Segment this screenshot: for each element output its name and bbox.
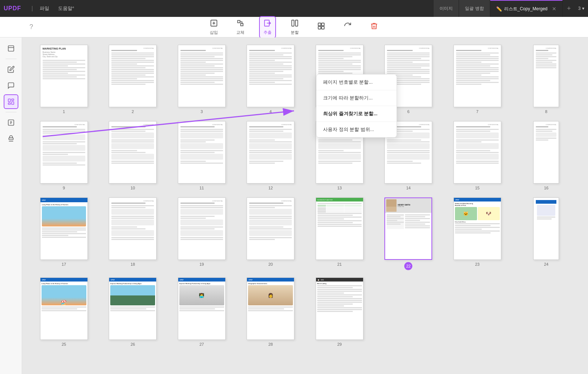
page-thumb-26[interactable]: UPDF Improve Working Productivity in Usi… <box>102 277 164 346</box>
page-thumb-23[interactable]: UPDF Health and Mind-BoostingBenefits of… <box>447 197 508 270</box>
page-num-8: 8 <box>545 109 547 114</box>
svg-rect-9 <box>318 26 321 29</box>
delete-icon <box>370 22 378 32</box>
page-thumb-3[interactable]: CONFIDENTIAL 3 <box>171 45 233 114</box>
page-thumb-18[interactable]: CONFIDENTIAL 18 <box>102 197 164 270</box>
page-thumb-2[interactable]: CONFIDENTIAL 2 <box>102 45 164 114</box>
svg-rect-7 <box>318 23 321 26</box>
page-thumb-20[interactable]: CONFIDENTIAL 20 <box>240 197 302 270</box>
page-img-26: UPDF Improve Working Productivity in Usi… <box>109 277 157 340</box>
toolbar: ? 삽입 교체 추출 분할 <box>0 17 588 37</box>
sidebar-icon-pencil[interactable] <box>4 62 18 77</box>
tab-add-button[interactable]: + <box>563 5 576 12</box>
page-thumb-4[interactable]: CONFIDENTIAL 4 <box>240 45 302 114</box>
content-area[interactable]: MARKETING PLAN Business NameStreet Addre… <box>22 37 588 374</box>
replace-label: 교체 <box>236 30 244 35</box>
sidebar-icon-organize[interactable] <box>4 94 18 109</box>
page-thumb-22[interactable]: HENRY SMITH Position Title <box>378 197 440 270</box>
tab-close-button[interactable]: ✕ <box>552 6 556 12</box>
group-button[interactable] <box>313 20 329 34</box>
page-num-2: 2 <box>132 109 134 114</box>
delete-button[interactable] <box>366 20 382 34</box>
help-button[interactable]: ? <box>29 23 33 31</box>
tab-bar: 이미지 일괄 병합 ✏️ 리스트_Copy_Merged ✕ + 3 ▾ <box>434 0 584 17</box>
page-thumb-21[interactable]: BUSINESS PLAN FOR <box>309 197 370 270</box>
tab-images[interactable]: 이미지 <box>434 0 459 17</box>
svg-rect-13 <box>8 99 10 102</box>
page-num-17: 17 <box>62 262 66 266</box>
page-img-20: CONFIDENTIAL <box>247 197 294 260</box>
insert-button[interactable]: 삽입 <box>206 17 222 37</box>
menu-help[interactable]: 도움말° <box>54 4 78 13</box>
page-num-23: 23 <box>475 262 480 266</box>
page-thumb-12[interactable]: CONFIDENTIAL 12 <box>240 121 302 190</box>
page-thumb-25[interactable]: UPDF a way Phase in the History of Touri… <box>33 277 95 346</box>
page-num-22: 22 <box>404 262 412 270</box>
page-img-28: UPDF Infographic Characteristics 👩 <box>247 277 294 340</box>
page-img-24 <box>533 197 559 260</box>
dropdown-item-by-size[interactable]: 크기에 따라 분할하기... <box>316 90 397 106</box>
page-num-24: 24 <box>544 262 548 266</box>
page-img-11: CONFIDENTIAL <box>178 121 226 184</box>
page-num-14: 14 <box>406 186 410 190</box>
page-img-16: CONFIDENTIAL <box>533 121 559 184</box>
page-img-23: UPDF Health and Mind-BoostingBenefits of… <box>453 197 501 260</box>
page-thumb-15[interactable]: CONFIDENTIAL 15 <box>447 121 508 190</box>
sidebar-icon-comment[interactable] <box>4 78 18 93</box>
page-num-15: 15 <box>475 186 480 190</box>
page-num-29: 29 <box>337 342 342 346</box>
page-num-16: 16 <box>544 186 548 190</box>
page-img-9: CONFIDENTIAL <box>40 121 88 184</box>
page-img-10: CONFIDENTIAL <box>109 121 157 184</box>
page-thumb-11[interactable]: CONFIDENTIAL 11 <box>171 121 233 190</box>
sidebar-icon-stamp[interactable] <box>4 131 18 146</box>
extract-label: 추출 <box>263 30 272 35</box>
main-layout: MARKETING PLAN Business NameStreet Addre… <box>0 37 588 374</box>
page-thumb-29[interactable]: 📋 UCC Bill of Lading 29 <box>309 277 370 346</box>
rotate-icon <box>344 22 352 32</box>
rotate-button[interactable] <box>340 20 355 34</box>
sidebar-icon-view[interactable] <box>4 41 18 56</box>
page-img-12: CONFIDENTIAL <box>247 121 294 184</box>
page-thumb-1[interactable]: MARKETING PLAN Business NameStreet Addre… <box>33 45 95 114</box>
page-img-15: CONFIDENTIAL <box>453 121 501 184</box>
group-icon <box>317 22 325 32</box>
page-thumb-16[interactable]: CONFIDENTIAL 16 <box>516 121 577 190</box>
tab-merge[interactable]: 일괄 병합 <box>459 0 490 17</box>
menu-file[interactable]: 파일 <box>36 4 53 13</box>
dropdown-item-by-top-bookmark[interactable]: 최상위 즐겨찾기로 분할... <box>316 106 397 122</box>
page-num-6: 6 <box>407 109 409 114</box>
replace-button[interactable]: 교체 <box>233 17 248 37</box>
page-thumb-28[interactable]: UPDF Infographic Characteristics 👩 28 <box>240 277 302 346</box>
page-img-1: MARKETING PLAN Business NameStreet Addre… <box>40 45 88 107</box>
app-logo: UPDF <box>4 5 21 12</box>
page-thumb-10[interactable]: CONFIDENTIAL 10 <box>102 121 164 190</box>
svg-rect-10 <box>322 26 324 29</box>
split-button[interactable]: 분할 <box>287 17 302 37</box>
svg-rect-15 <box>11 102 14 105</box>
separator: | <box>32 5 33 12</box>
extract-button[interactable]: 추출 <box>259 16 276 38</box>
tab-list-copy[interactable]: ✏️ 리스트_Copy_Merged ✕ <box>490 0 563 17</box>
sidebar-icon-convert[interactable] <box>4 115 18 130</box>
sidebar-divider-2 <box>6 112 17 112</box>
top-menu: 파일 도움말° <box>36 4 78 13</box>
page-num-9: 9 <box>63 186 65 190</box>
page-thumb-24[interactable]: 24 <box>516 197 577 270</box>
page-thumb-27[interactable]: UPDF Improve Working Productivity in Usi… <box>171 277 233 346</box>
page-thumb-19[interactable]: CONFIDENTIAL 19 <box>171 197 233 270</box>
page-num-3: 3 <box>201 109 203 114</box>
page-thumb-7[interactable]: CONFIDENTIAL 7 <box>447 45 508 114</box>
dropdown-item-by-page-number[interactable]: 페이지 번호별로 분할... <box>316 75 397 90</box>
page-thumb-17[interactable]: UPDF a way Phase in the History of Touri… <box>33 197 95 270</box>
page-num-28: 28 <box>268 342 273 346</box>
page-num-20: 20 <box>268 262 273 266</box>
page-thumb-8[interactable]: CONFIDENTIAL 8 <box>516 45 577 114</box>
split-label: 분할 <box>291 30 299 35</box>
page-thumb-9[interactable]: CONFIDENTIAL 9 <box>33 121 95 190</box>
dropdown-item-custom-range[interactable]: 사용자 정의 분할 범위... <box>316 122 397 137</box>
page-num-18: 18 <box>130 262 135 266</box>
page-num-21: 21 <box>337 262 342 266</box>
page-img-2: CONFIDENTIAL <box>109 45 157 107</box>
page-num-7: 7 <box>476 109 478 114</box>
